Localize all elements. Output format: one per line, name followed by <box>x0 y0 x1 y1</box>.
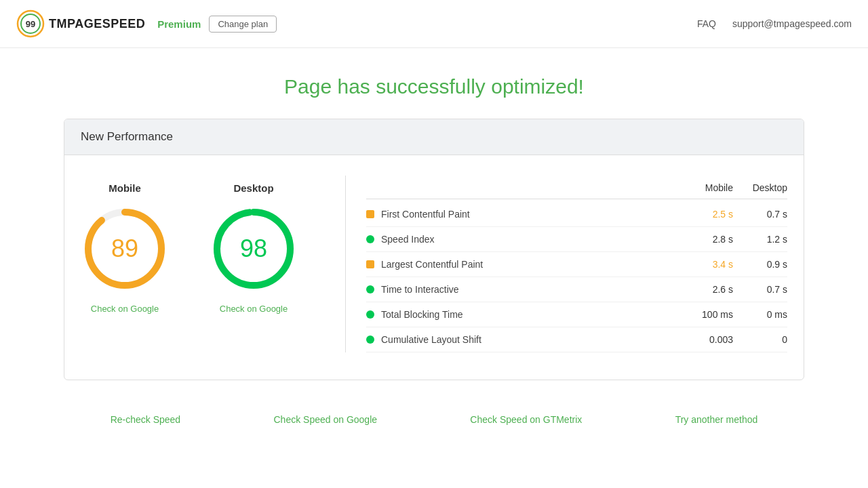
metric-row: Time to Interactive2.6 s0.7 s <box>366 277 787 302</box>
mobile-score-col: Mobile 89 Check on Google <box>81 182 169 314</box>
desktop-label: Desktop <box>233 182 273 194</box>
header-left: 99 TMPAGESPEED Premium Change plan <box>16 9 277 38</box>
check-speed-google-link[interactable]: Check Speed on Google <box>273 414 377 425</box>
change-plan-button[interactable]: Change plan <box>209 16 277 33</box>
desktop-gauge: 98 <box>210 205 298 293</box>
metric-name: Speed Index <box>381 234 679 245</box>
header: 99 TMPAGESPEED Premium Change plan FAQ s… <box>0 0 868 48</box>
mobile-score: 89 <box>111 235 138 263</box>
check-speed-gtmetrix-link[interactable]: Check Speed on GTMetrix <box>470 414 582 425</box>
main-content: Page has successfully optimized! New Per… <box>47 75 821 445</box>
metric-desktop-value: 1.2 s <box>733 234 787 245</box>
support-email: support@tmpagespeed.com <box>732 18 852 29</box>
card-header-title: New Performance <box>81 130 173 143</box>
metric-row: Speed Index2.8 s1.2 s <box>366 227 787 252</box>
metric-name: Time to Interactive <box>381 284 679 295</box>
metric-desktop-value: 0 <box>733 334 787 345</box>
header-right: FAQ support@tmpagespeed.com <box>697 18 852 29</box>
mobile-check-google-link[interactable]: Check on Google <box>91 304 159 314</box>
metric-dot <box>366 285 374 293</box>
metrics-rows: First Contentful Paint2.5 s0.7 sSpeed In… <box>366 202 787 352</box>
mobile-label: Mobile <box>108 182 141 194</box>
metric-mobile-value: 2.8 s <box>679 234 733 245</box>
desktop-score: 98 <box>240 235 267 263</box>
metric-row: First Contentful Paint2.5 s0.7 s <box>366 202 787 227</box>
metric-name: Total Blocking Time <box>381 309 679 320</box>
faq-link[interactable]: FAQ <box>697 18 716 29</box>
logo-icon: 99 <box>16 9 45 38</box>
metric-dot <box>366 260 374 268</box>
metric-desktop-value: 0.7 s <box>733 209 787 220</box>
metric-mobile-value: 100 ms <box>679 309 733 320</box>
metric-row: Total Blocking Time100 ms0 ms <box>366 302 787 327</box>
metric-mobile-value: 2.5 s <box>679 209 733 220</box>
mobile-gauge: 89 <box>81 205 169 293</box>
premium-badge: Premium <box>157 18 201 30</box>
metric-name: Cumulative Layout Shift <box>381 334 679 345</box>
metric-row: Largest Contentful Paint3.4 s0.9 s <box>366 252 787 277</box>
metric-dot <box>366 310 374 319</box>
svg-text:99: 99 <box>26 19 35 29</box>
scores-section: Mobile 89 Check on Google Desktop <box>81 176 325 352</box>
footer-links: Re-check Speed Check Speed on Google Che… <box>64 401 804 445</box>
desktop-score-col: Desktop 98 Check on Google <box>210 182 298 314</box>
vertical-divider <box>345 176 346 352</box>
card-header: New Performance <box>64 119 804 155</box>
col-head-desktop: Desktop <box>733 182 787 193</box>
logo-text: TMPAGESPEED <box>49 17 145 31</box>
metric-dot <box>366 210 374 218</box>
success-title: Page has successfully optimized! <box>64 75 804 98</box>
metric-dot <box>366 235 374 243</box>
metric-name: First Contentful Paint <box>381 209 679 220</box>
metrics-header-row: Mobile Desktop <box>366 182 787 199</box>
performance-card: New Performance Mobile 89 Check <box>64 119 804 380</box>
metrics-section: Mobile Desktop First Contentful Paint2.5… <box>366 176 787 352</box>
metric-desktop-value: 0.7 s <box>733 284 787 295</box>
col-head-mobile: Mobile <box>679 182 733 193</box>
desktop-check-google-link[interactable]: Check on Google <box>220 304 288 314</box>
logo-wrap: 99 TMPAGESPEED <box>16 9 145 38</box>
recheck-speed-link[interactable]: Re-check Speed <box>111 414 181 425</box>
metric-desktop-value: 0 ms <box>733 309 787 320</box>
metric-mobile-value: 2.6 s <box>679 284 733 295</box>
try-another-method-link[interactable]: Try another method <box>675 414 758 425</box>
metric-row: Cumulative Layout Shift0.0030 <box>366 327 787 352</box>
metric-mobile-value: 3.4 s <box>679 259 733 270</box>
card-body: Mobile 89 Check on Google Desktop <box>64 155 804 380</box>
metric-dot <box>366 336 374 344</box>
metric-name: Largest Contentful Paint <box>381 259 679 270</box>
metric-desktop-value: 0.9 s <box>733 259 787 270</box>
metric-mobile-value: 0.003 <box>679 334 733 345</box>
